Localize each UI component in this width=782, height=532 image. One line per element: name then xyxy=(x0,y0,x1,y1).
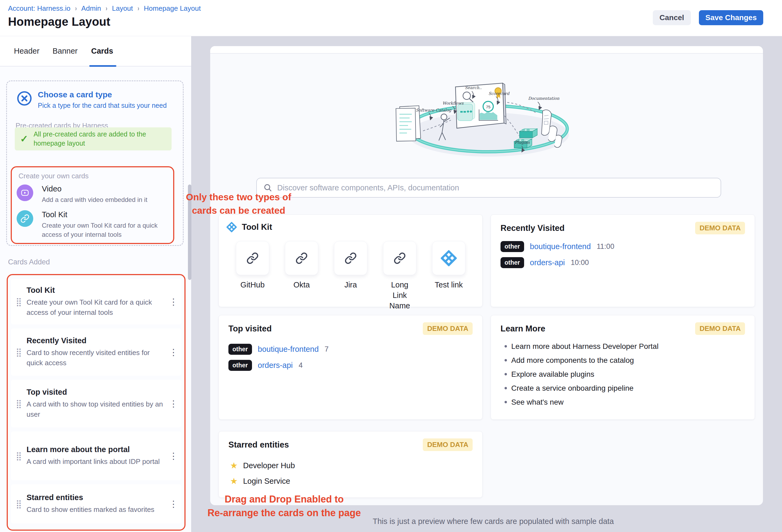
card-type-toolkit[interactable]: Tool Kit Create your own Tool Kit card f… xyxy=(16,210,171,239)
entity-link[interactable]: boutique-frontend xyxy=(530,242,591,251)
breadcrumb-account[interactable]: Account: Harness.io xyxy=(8,4,71,12)
entity-kind-tag: other xyxy=(228,344,252,355)
added-card-starred-entities[interactable]: ⣿ Starred entities Card to show entities… xyxy=(11,484,181,524)
entity-meta: 11:00 xyxy=(597,242,614,251)
added-card-title: Starred entities xyxy=(27,493,164,502)
breadcrumb: Account: Harness.io › Admin › Layout › H… xyxy=(8,4,201,12)
added-card-desc: Create your own Tool Kit card for a quic… xyxy=(27,297,164,318)
illustration-label-software-catalog: Software Catalog xyxy=(416,108,451,113)
illustration-label-search: Search.. xyxy=(465,85,482,90)
search-input[interactable] xyxy=(277,183,714,192)
breadcrumb-chevron-icon: › xyxy=(75,4,77,12)
kebab-menu-icon[interactable]: ⋮ xyxy=(166,398,181,409)
illustration-label-plugins: Plugins xyxy=(515,140,530,145)
toolkit-link-label: Long Link Name xyxy=(383,280,416,311)
toolkit-link-okta[interactable] xyxy=(285,241,318,275)
drag-handle-icon[interactable]: ⣿ xyxy=(11,297,27,307)
entity-link[interactable]: orders-api xyxy=(530,258,565,267)
header-actions: Cancel Save Changes xyxy=(653,10,763,25)
scorecard-value: 75 xyxy=(486,105,491,109)
link-icon xyxy=(246,252,259,264)
create-own-cards-annotation-box: Create your own cards Video Add a card w… xyxy=(11,166,174,244)
starred-entity-name[interactable]: Login Service xyxy=(243,477,290,486)
added-card-recently-visited[interactable]: ⣿ Recently Visited Card to show recently… xyxy=(11,328,181,376)
homepage-preview-panel: 75 xyxy=(210,46,763,505)
illustration-label-documentation: Documentation xyxy=(528,96,559,101)
kebab-menu-icon[interactable]: ⋮ xyxy=(166,451,181,461)
kebab-menu-icon[interactable]: ⋮ xyxy=(166,296,181,307)
breadcrumb-layout[interactable]: Layout xyxy=(112,4,133,12)
breadcrumb-admin[interactable]: Admin xyxy=(81,4,101,12)
added-card-learn-more[interactable]: ⣿ Learn more about the portal A card wit… xyxy=(11,431,181,480)
check-icon: ✓ xyxy=(20,133,28,145)
learn-more-link[interactable]: See what's new xyxy=(503,398,659,406)
toolkit-link-jira[interactable] xyxy=(334,241,367,275)
added-card-toolkit[interactable]: ⣿ Tool Kit Create your own Tool Kit card… xyxy=(11,279,181,324)
kebab-menu-icon[interactable]: ⋮ xyxy=(166,347,181,357)
toolkit-link-labels: GitHub Okta Jira Long Link Name Test lin… xyxy=(236,280,465,311)
added-card-desc: Card to show entities marked as favorite… xyxy=(27,505,164,515)
tab-cards[interactable]: Cards xyxy=(91,36,113,66)
custom-section-label: Create your own cards xyxy=(19,172,89,180)
entity-link[interactable]: boutique-frontend xyxy=(258,345,319,354)
drag-handle-icon[interactable]: ⣿ xyxy=(11,499,27,509)
added-card-desc: A card with important links about IDP po… xyxy=(27,457,164,467)
drag-handle-icon[interactable]: ⣿ xyxy=(11,399,27,409)
entity-kind-tag: other xyxy=(500,257,524,268)
toolkit-link-github[interactable] xyxy=(236,241,269,275)
top-header: Account: Harness.io › Admin › Layout › H… xyxy=(0,0,782,36)
demo-data-badge: DEMO DATA xyxy=(695,322,745,335)
starred-entity-name[interactable]: Developer Hub xyxy=(243,461,295,470)
learn-more-link[interactable]: Learn more about Harness Developer Porta… xyxy=(503,342,659,351)
entity-meta: 4 xyxy=(299,361,303,369)
card-type-video[interactable]: Video Add a card with video embedded in … xyxy=(16,184,171,204)
illustration-label-scorecard: Scorecard xyxy=(489,91,509,96)
kebab-menu-icon[interactable]: ⋮ xyxy=(166,499,181,509)
precreated-note-text: All pre-created cards are added to the h… xyxy=(34,130,159,148)
page-title: Homepage Layout xyxy=(8,15,110,28)
learn-more-link[interactable]: Explore available plugins xyxy=(503,370,659,379)
starred-entities-card: Starred entities DEMO DATA ★ Developer H… xyxy=(218,431,483,498)
added-card-top-visited[interactable]: ⣿ Top visited A card with to show top vi… xyxy=(11,380,181,427)
idp-hero-illustration: 75 xyxy=(389,67,606,161)
tab-banner[interactable]: Banner xyxy=(52,36,78,66)
toolkit-link-long-link-name[interactable] xyxy=(383,241,416,275)
breadcrumb-homepage-layout[interactable]: Homepage Layout xyxy=(144,4,201,12)
cancel-button[interactable]: Cancel xyxy=(653,10,691,25)
added-card-title: Learn more about the portal xyxy=(27,445,164,454)
illustration-label-workflows: Workflows xyxy=(442,101,464,106)
save-changes-button[interactable]: Save Changes xyxy=(699,10,763,25)
close-icon[interactable] xyxy=(17,91,32,106)
link-icon xyxy=(345,252,357,264)
card-title: Learn More xyxy=(500,324,545,333)
learn-more-card: Learn More DEMO DATA Learn more about Ha… xyxy=(491,315,755,420)
star-icon: ★ xyxy=(230,460,238,471)
link-icon xyxy=(394,252,406,264)
drag-handle-icon[interactable]: ⣿ xyxy=(11,347,27,357)
layout-tabbar: Header Banner Cards xyxy=(0,36,191,67)
entity-row: other boutique-frontend 7 xyxy=(228,344,329,355)
learn-more-link[interactable]: Create a service onboarding pipeline xyxy=(503,384,659,393)
card-type-name: Tool Kit xyxy=(42,210,171,219)
entity-kind-tag: other xyxy=(228,360,252,371)
link-icon xyxy=(295,252,308,264)
annotation-drag-drop: Drag and Drop Enabled to Re-arrange the … xyxy=(185,492,383,520)
card-title: Tool Kit xyxy=(242,222,272,232)
toolkit-diamond-icon xyxy=(226,222,237,233)
learn-more-links: Learn more about Harness Developer Porta… xyxy=(503,342,659,412)
entity-link[interactable]: orders-api xyxy=(258,361,293,370)
card-type-desc: Create your own Tool Kit card for a quic… xyxy=(42,221,171,239)
chooser-title: Choose a card type xyxy=(38,90,112,99)
demo-data-badge: DEMO DATA xyxy=(423,322,473,335)
tab-header[interactable]: Header xyxy=(14,36,39,66)
chooser-subtitle: Pick a type for the card that suits your… xyxy=(38,102,167,109)
entity-meta: 7 xyxy=(325,345,329,353)
drag-handle-icon[interactable]: ⣿ xyxy=(11,451,27,461)
precreated-success-note: ✓ All pre-created cards are added to the… xyxy=(15,128,172,150)
entity-meta: 10:00 xyxy=(571,258,589,267)
starred-row: ★ Login Service xyxy=(230,476,290,486)
breadcrumb-chevron-icon: › xyxy=(138,4,139,12)
top-visited-card: Top visited DEMO DATA other boutique-fro… xyxy=(218,315,483,420)
learn-more-link[interactable]: Add more components to the catalog xyxy=(503,356,659,365)
toolkit-link-test-link[interactable] xyxy=(432,241,465,275)
